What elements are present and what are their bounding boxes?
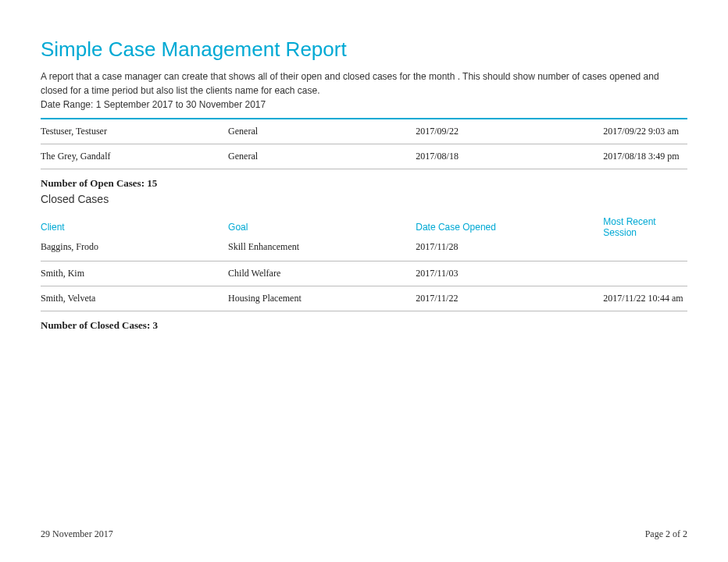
cell-session <box>603 261 687 286</box>
table-row: Smith, Velveta Housing Placement 2017/11… <box>41 286 687 311</box>
cell-opened: 2017/11/03 <box>416 261 603 286</box>
closed-cases-table: Client Goal Date Case Opened Most Recent… <box>41 213 687 311</box>
date-range: Date Range: 1 September 2017 to 30 Novem… <box>41 99 687 110</box>
cell-client: Smith, Velveta <box>41 286 228 311</box>
cell-session <box>603 241 687 261</box>
header-session: Most Recent Session <box>603 213 687 241</box>
cell-goal: Housing Placement <box>228 286 416 311</box>
cell-session: 2017/09/22 9:03 am <box>603 119 687 144</box>
cell-client: Baggins, Frodo <box>41 241 228 261</box>
footer-page: Page 2 of 2 <box>645 528 687 540</box>
table-row: The Grey, Gandalf General 2017/08/18 201… <box>41 144 687 169</box>
table-row: Smith, Kim Child Welfare 2017/11/03 <box>41 261 687 286</box>
table-header-row: Client Goal Date Case Opened Most Recent… <box>41 213 687 241</box>
header-client: Client <box>41 213 228 241</box>
header-goal: Goal <box>228 213 416 241</box>
cell-opened: 2017/09/22 <box>416 119 603 144</box>
cell-client: Smith, Kim <box>41 261 228 286</box>
open-cases-summary: Number of Open Cases: 15 <box>41 169 687 190</box>
open-cases-table: Testuser, Testuser General 2017/09/22 20… <box>41 119 687 169</box>
cell-goal: General <box>228 144 416 169</box>
cell-client: The Grey, Gandalf <box>41 144 228 169</box>
report-description: A report that a case manager can create … <box>41 69 687 98</box>
table-row: Baggins, Frodo Skill Enhancement 2017/11… <box>41 241 687 261</box>
closed-cases-heading: Closed Cases <box>41 190 687 213</box>
cell-goal: General <box>228 119 416 144</box>
closed-cases-summary: Number of Closed Cases: 3 <box>41 311 687 332</box>
cell-opened: 2017/11/22 <box>416 286 603 311</box>
table-row: Testuser, Testuser General 2017/09/22 20… <box>41 119 687 144</box>
footer-date: 29 November 2017 <box>41 528 113 540</box>
report-title: Simple Case Management Report <box>41 37 687 62</box>
cell-session: 2017/11/22 10:44 am <box>603 286 687 311</box>
cell-goal: Child Welfare <box>228 261 416 286</box>
header-opened: Date Case Opened <box>416 213 603 241</box>
cell-goal: Skill Enhancement <box>228 241 416 261</box>
cell-session: 2017/08/18 3:49 pm <box>603 144 687 169</box>
cell-client: Testuser, Testuser <box>41 119 228 144</box>
page-footer: 29 November 2017 Page 2 of 2 <box>41 528 687 540</box>
cell-opened: 2017/11/28 <box>416 241 603 261</box>
cell-opened: 2017/08/18 <box>416 144 603 169</box>
